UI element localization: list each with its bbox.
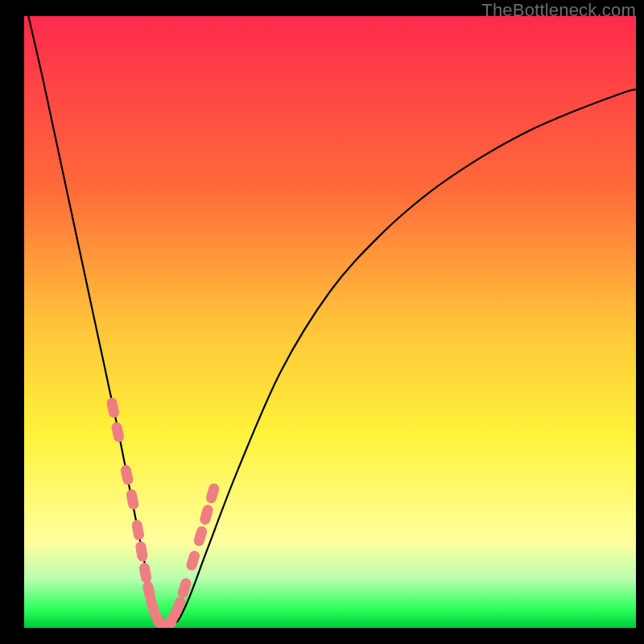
chart-frame [24, 16, 636, 628]
chart-svg [24, 16, 636, 628]
gradient-background [24, 16, 636, 628]
watermark-text: TheBottleneck.com [481, 0, 636, 21]
